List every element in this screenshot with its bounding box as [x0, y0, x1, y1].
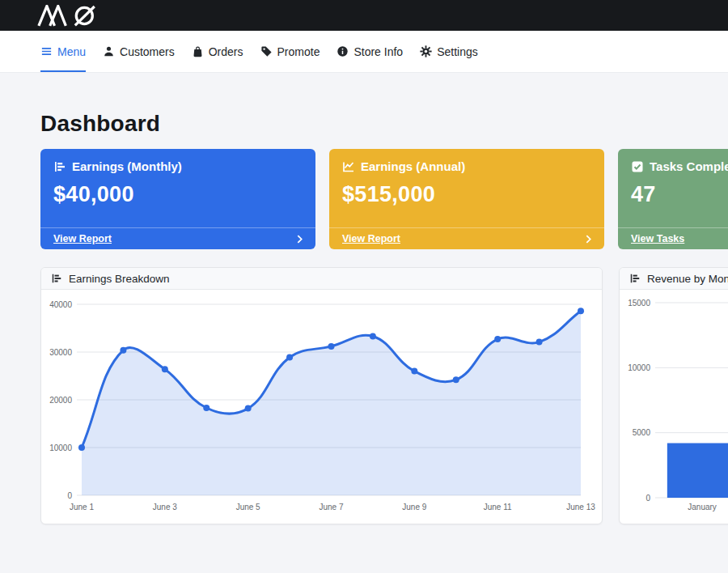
nav-item-promote[interactable]: Promote [260, 31, 320, 72]
revenue-by-month-card: Revenue by Month 050001000015000January [619, 267, 728, 524]
nav-item-settings[interactable]: Settings [420, 31, 478, 72]
hamburger-icon [40, 45, 53, 57]
gear-icon [420, 45, 432, 57]
svg-text:10000: 10000 [628, 363, 650, 372]
stat-card-value: $515,000 [342, 182, 591, 207]
stat-card-footer: View Report [329, 227, 604, 249]
stat-card-footer: View Report [40, 227, 315, 249]
brand-logo[interactable] [36, 5, 108, 27]
main-content: Dashboard Earnings (Monthly) $40,000 Vie… [0, 111, 728, 524]
nav-item-label: Promote [277, 45, 320, 58]
stat-card-value: $40,000 [53, 182, 303, 207]
nav-item-label: Menu [57, 45, 86, 58]
svg-text:15000: 15000 [628, 299, 650, 308]
nav-item-label: Orders [209, 45, 243, 58]
stat-card-title-row: Earnings (Monthly) [53, 159, 303, 173]
view-report-link[interactable]: View Report [53, 233, 112, 244]
stat-card-body: Tasks Completed 47 [618, 149, 728, 227]
stat-card-title: Earnings (Annual) [361, 159, 465, 173]
svg-text:June 13: June 13 [566, 503, 595, 511]
stat-card-earnings-monthly: Earnings (Monthly) $40,000 View Report [40, 149, 315, 249]
nav-item-label: Store Info [353, 45, 403, 58]
earnings-breakdown-card: Earnings Breakdown 010000200003000040000… [40, 267, 603, 524]
svg-text:0: 0 [67, 491, 72, 500]
svg-text:0: 0 [645, 494, 650, 503]
chart-title: Revenue by Month [647, 273, 728, 285]
charts-row: Earnings Breakdown 010000200003000040000… [0, 267, 728, 524]
stat-card-title: Earnings (Monthly) [72, 159, 182, 173]
stat-card-body: Earnings (Monthly) $40,000 [40, 149, 315, 227]
bar-chart-icon [53, 160, 66, 173]
check-square-icon [631, 160, 644, 173]
nav-item-orders[interactable]: Orders [192, 31, 243, 72]
nav-item-label: Settings [437, 45, 478, 58]
stat-card-title: Tasks Completed [650, 159, 728, 173]
svg-text:40000: 40000 [49, 300, 72, 309]
svg-text:June 9: June 9 [402, 503, 426, 511]
stat-card-title-row: Tasks Completed [631, 159, 728, 173]
bar-chart-icon [629, 273, 641, 284]
main-nav: Menu Customers Orders Promote Store Info [0, 31, 728, 73]
chart-card-header: Earnings Breakdown [41, 268, 602, 290]
stat-card-value: 47 [631, 182, 728, 207]
view-report-link[interactable]: View Report [342, 233, 400, 244]
page-title: Dashboard [40, 111, 728, 137]
person-icon [103, 45, 115, 57]
svg-text:10000: 10000 [49, 444, 72, 452]
brand-logo-icon [36, 5, 108, 27]
stat-card-body: Earnings (Annual) $515,000 [329, 149, 604, 227]
nav-item-customers[interactable]: Customers [103, 31, 175, 72]
nav-item-menu[interactable]: Menu [40, 31, 86, 72]
view-tasks-link[interactable]: View Tasks [631, 233, 684, 244]
chart-title: Earnings Breakdown [69, 273, 170, 285]
nav-item-store-info[interactable]: Store Info [336, 31, 403, 72]
stat-card-footer: View Tasks [618, 227, 728, 249]
svg-text:June 5: June 5 [236, 503, 260, 511]
earnings-breakdown-chart: 010000200003000040000June 1June 3June 5J… [41, 290, 603, 524]
svg-text:June 7: June 7 [319, 503, 343, 511]
svg-text:January: January [688, 503, 717, 511]
stat-card-tasks-completed: Tasks Completed 47 View Tasks [618, 149, 728, 249]
chevron-right-icon[interactable] [586, 235, 591, 244]
chart-card-header: Revenue by Month [620, 268, 728, 290]
topbar [0, 0, 728, 31]
svg-text:June 11: June 11 [484, 503, 512, 511]
chevron-right-icon[interactable] [297, 235, 303, 244]
stat-card-title-row: Earnings (Annual) [342, 159, 591, 173]
stat-cards-row: Earnings (Monthly) $40,000 View Report E… [0, 149, 728, 249]
bar-chart-icon [51, 273, 62, 284]
line-chart-icon [342, 160, 355, 173]
svg-text:20000: 20000 [49, 396, 72, 405]
svg-text:June 3: June 3 [153, 503, 177, 511]
stat-card-earnings-annual: Earnings (Annual) $515,000 View Report [329, 149, 604, 249]
svg-text:5000: 5000 [633, 428, 651, 437]
info-icon [336, 45, 349, 57]
svg-text:June 1: June 1 [70, 503, 94, 511]
bag-icon [192, 45, 204, 57]
revenue-by-month-chart: 050001000015000January [620, 290, 728, 524]
tag-icon [260, 45, 273, 57]
nav-item-label: Customers [120, 45, 175, 58]
svg-text:30000: 30000 [49, 348, 72, 357]
